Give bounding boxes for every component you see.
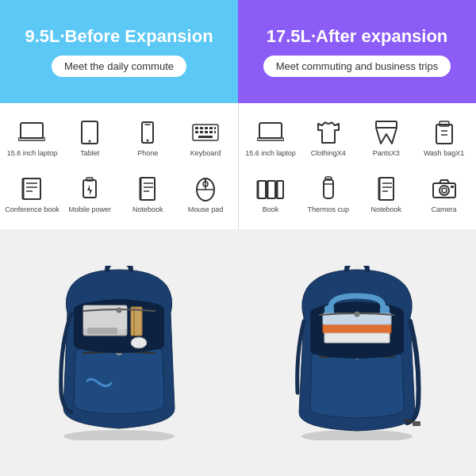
svg-rect-17 xyxy=(205,131,208,133)
header: 9.5L·Before Expansion Meet the daily com… xyxy=(0,0,476,103)
svg-rect-81 xyxy=(324,333,390,343)
icon-books: Book xyxy=(242,167,300,224)
svg-point-5 xyxy=(89,140,91,142)
icon-clothing: ClothingX4 xyxy=(299,109,357,167)
svg-point-75 xyxy=(301,430,413,440)
icon-conference-book: Conference book xyxy=(3,167,61,224)
camera-icon xyxy=(430,175,459,203)
icon-mobile-power: Mobile power xyxy=(61,167,119,224)
svg-rect-39 xyxy=(259,123,282,138)
svg-rect-0 xyxy=(21,123,43,138)
svg-point-64 xyxy=(442,188,447,193)
thermos-icon xyxy=(314,175,343,203)
mobile-power-label: Mobile power xyxy=(69,205,112,214)
notebook-left-icon xyxy=(133,175,162,203)
header-left: 9.5L·Before Expansion Meet the daily com… xyxy=(0,0,238,103)
mouse-pad-icon xyxy=(191,175,220,203)
notebook-left-label: Notebook xyxy=(132,205,163,214)
keyboard-icon xyxy=(191,118,220,147)
svg-point-66 xyxy=(63,430,175,440)
svg-rect-10 xyxy=(195,127,198,129)
clothing-label: ClothingX4 xyxy=(311,149,346,158)
svg-point-63 xyxy=(440,186,449,195)
icon-notebook-right: Notebook xyxy=(357,167,415,224)
icon-mouse-pad: Mouse pad xyxy=(177,167,235,224)
mobile-power-icon xyxy=(75,175,104,203)
images-section xyxy=(0,230,476,476)
svg-rect-18 xyxy=(209,131,213,133)
icon-laptop-right: 15.6 inch laptop xyxy=(242,109,300,167)
icon-laptop-left: 15.6 inch laptop xyxy=(3,109,61,167)
conference-book-label: Conference book xyxy=(5,205,60,214)
laptop-right-label: 15.6 inch laptop xyxy=(245,149,296,158)
icon-washbag: Wash bagX1 xyxy=(415,109,473,167)
icon-pants: PantsX3 xyxy=(357,109,415,167)
backpack-right-image xyxy=(238,230,476,476)
svg-rect-13 xyxy=(209,127,213,129)
svg-rect-21 xyxy=(23,178,40,199)
svg-rect-20 xyxy=(198,136,213,138)
main-container: 9.5L·Before Expansion Meet the daily com… xyxy=(0,0,476,476)
right-title: 17.5L·After expansion xyxy=(267,26,448,47)
svg-rect-70 xyxy=(87,328,117,334)
conference-book-icon xyxy=(17,175,46,203)
thermos-label: Thermos cup xyxy=(308,205,350,214)
washbag-icon xyxy=(430,118,459,147)
svg-rect-54 xyxy=(324,179,333,198)
icon-notebook-left: Notebook xyxy=(119,167,177,224)
phone-label: Phone xyxy=(137,149,158,158)
svg-rect-65 xyxy=(451,186,454,188)
icons-right-grid: 15.6 inch laptop ClothingX4 xyxy=(239,103,477,229)
left-subtitle: Meet the daily commute xyxy=(52,56,186,77)
laptop-left-label: 15.6 inch laptop xyxy=(7,149,58,158)
svg-rect-44 xyxy=(436,125,452,144)
svg-rect-11 xyxy=(200,127,203,129)
notebook-right-icon xyxy=(372,175,401,203)
books-icon xyxy=(256,175,285,203)
tablet-label: Tablet xyxy=(80,149,99,158)
header-right: 17.5L·After expansion Meet commuting and… xyxy=(238,0,476,103)
svg-rect-79 xyxy=(323,324,391,333)
tablet-icon xyxy=(75,118,104,147)
svg-point-82 xyxy=(355,312,360,317)
svg-rect-16 xyxy=(200,131,203,133)
icons-left-grid: 15.6 inch laptop Tablet xyxy=(0,103,239,229)
books-label: Book xyxy=(263,205,279,214)
pants-icon xyxy=(372,118,401,147)
svg-rect-83 xyxy=(413,421,420,426)
svg-point-7 xyxy=(147,139,149,141)
phone-icon xyxy=(133,118,162,147)
svg-rect-57 xyxy=(379,178,393,200)
laptop-icon xyxy=(17,118,46,147)
camera-label: Camera xyxy=(432,205,457,214)
mouse-pad-label: Mouse pad xyxy=(188,205,224,214)
svg-rect-12 xyxy=(205,127,208,129)
svg-rect-29 xyxy=(140,178,155,200)
icon-tablet: Tablet xyxy=(61,109,119,167)
laptop-right-icon xyxy=(256,118,285,147)
notebook-right-label: Notebook xyxy=(370,205,401,214)
svg-marker-28 xyxy=(87,185,92,195)
clothing-icon xyxy=(314,118,343,147)
svg-point-73 xyxy=(131,337,147,348)
icon-keyboard: Keyboard xyxy=(177,109,235,167)
svg-rect-14 xyxy=(214,127,216,129)
icon-phone: Phone xyxy=(119,109,177,167)
icon-camera: Camera xyxy=(415,167,473,224)
washbag-label: Wash bagX1 xyxy=(424,149,464,158)
svg-rect-19 xyxy=(214,131,216,133)
icon-thermos: Thermos cup xyxy=(299,167,357,224)
icons-section: 15.6 inch laptop Tablet xyxy=(0,103,476,230)
svg-rect-71 xyxy=(131,307,142,336)
backpack-left-svg xyxy=(44,266,194,440)
keyboard-label: Keyboard xyxy=(190,149,221,158)
svg-point-74 xyxy=(117,308,122,313)
pants-label: PantsX3 xyxy=(373,149,400,158)
svg-rect-43 xyxy=(376,121,397,128)
backpack-left-image xyxy=(0,230,238,476)
right-subtitle: Meet commuting and business trips xyxy=(263,56,451,77)
backpack-right-svg xyxy=(282,266,432,440)
left-title: 9.5L·Before Expansion xyxy=(25,26,213,47)
svg-rect-15 xyxy=(195,131,198,133)
